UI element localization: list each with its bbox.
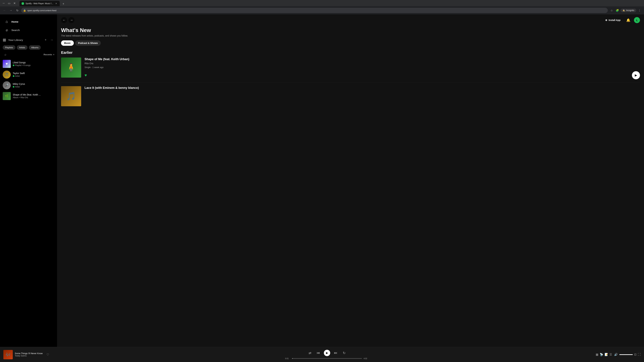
- taylor-swift-thumb: 🎵: [3, 70, 11, 79]
- extensions-button[interactable]: 🧩: [615, 8, 620, 13]
- sidebar-item-home[interactable]: ⌂ Home: [3, 18, 54, 25]
- list-item[interactable]: 🎤 Miley Cyrus Artist: [1, 80, 56, 91]
- back-nav-button[interactable]: ←: [61, 17, 67, 23]
- incognito-badge[interactable]: 🕵 Incognito: [620, 8, 636, 12]
- fullscreen-button[interactable]: ⛶: [638, 352, 641, 357]
- library-icon: ▦: [3, 38, 6, 42]
- main-content: ← → ⊕ Install App 🔔 L What's New The lat…: [57, 14, 644, 347]
- volume-icon[interactable]: 🔊: [613, 352, 618, 357]
- list-item[interactable]: 🌿 Shape of Me (feat. Keith ... Album • R…: [1, 91, 56, 101]
- progress-bar-container: 0:01 4:02: [285, 358, 369, 360]
- player-track: 🎶 Some Things I'll Never Know Teddy Swim…: [3, 350, 50, 359]
- library-title-group[interactable]: ▦ Your Library: [3, 38, 42, 42]
- maximize-button[interactable]: ▭: [7, 1, 12, 5]
- liked-heart-icon[interactable]: ♥: [84, 73, 87, 78]
- shape-album-thumb: 🌿: [3, 92, 11, 100]
- sort-label: Recents: [44, 53, 52, 56]
- tab-close-button[interactable]: ✕: [55, 2, 58, 5]
- release-meta: Single · 1 week ago: [84, 66, 640, 68]
- miniplayer-button[interactable]: ⊡: [634, 352, 636, 357]
- reload-button[interactable]: ↻: [15, 8, 20, 13]
- expand-library-button[interactable]: →: [49, 37, 54, 42]
- minimize-button[interactable]: ─: [1, 1, 6, 5]
- release-artist[interactable]: Rita Ora: [84, 62, 640, 65]
- volume-bar[interactable]: [619, 354, 633, 355]
- player-buttons: ⇄ ⏮ ▶ ⏭ ↻: [307, 350, 347, 356]
- notifications-button[interactable]: 🔔: [625, 17, 631, 23]
- liked-songs-thumb: ♥: [3, 60, 11, 68]
- repeat-button[interactable]: ↻: [341, 350, 347, 356]
- back-button[interactable]: ←: [2, 8, 7, 13]
- main-scroll[interactable]: What's New The latest releases from arti…: [57, 26, 644, 347]
- release-info: Lace It (with Eminem & benny blanco): [84, 86, 640, 91]
- install-label: Install App: [608, 19, 620, 21]
- taylor-swift-name: Taylor Swift: [13, 72, 54, 75]
- list-item[interactable]: 🎵 Taylor Swift Artist: [1, 69, 56, 80]
- address-bar[interactable]: 🔒 open.spotify.com/content-feed: [21, 8, 608, 13]
- player-art: 🎶: [3, 350, 13, 359]
- search-label: Search: [12, 29, 20, 31]
- next-button[interactable]: ⏭: [333, 350, 338, 356]
- player-artist[interactable]: Teddy Swims: [15, 355, 43, 357]
- liked-songs-name: Liked Songs: [13, 61, 54, 64]
- green-dot-icon: [13, 86, 14, 88]
- tab-bar: ♪ Spotify - Web Player: Music fo... ✕ +: [18, 0, 643, 6]
- sort-icon: ≡: [53, 53, 54, 56]
- filter-albums[interactable]: Albums: [29, 45, 41, 50]
- install-app-button[interactable]: ⊕ Install App: [603, 18, 622, 22]
- add-library-button[interactable]: +: [43, 37, 48, 42]
- miley-cyrus-type: Artist: [15, 86, 20, 88]
- player-track-title: Some Things I'll Never Know: [15, 352, 43, 355]
- liked-songs-count: 6 songs: [24, 64, 30, 66]
- tab-music[interactable]: Music: [61, 40, 74, 46]
- release-actions: ♥ ▶: [84, 71, 640, 79]
- sort-button[interactable]: Recents ≡: [44, 53, 54, 56]
- volume-bar-container: 🔊: [613, 352, 633, 357]
- library-header: ▦ Your Library + →: [0, 35, 57, 44]
- filter-artists[interactable]: Artists: [17, 45, 28, 50]
- tab-favicon: ♪: [22, 2, 24, 5]
- release-type: Single: [84, 66, 90, 68]
- sidebar-item-search[interactable]: ⌕ Search: [3, 26, 54, 34]
- forward-button[interactable]: →: [8, 8, 14, 13]
- toolbar-icons: ☆ 🧩 🕵 Incognito ⋮: [609, 8, 642, 13]
- volume-fill: [619, 354, 633, 355]
- queue-list-button[interactable]: ☰: [610, 352, 612, 357]
- sidebar-nav: ⌂ Home ⌕ Search: [0, 14, 57, 35]
- browser-chrome: ─ ▭ ✕ ♪ Spotify - Web Player: Music fo..…: [0, 0, 644, 14]
- close-button[interactable]: ✕: [12, 1, 17, 5]
- shuffle-button[interactable]: ⇄: [307, 350, 313, 356]
- user-avatar[interactable]: L: [634, 17, 640, 23]
- address-text: open.spotify.com/content-feed: [27, 9, 606, 12]
- release-title[interactable]: Lace It (with Eminem & benny blanco): [84, 86, 640, 90]
- miley-cyrus-thumb: 🎤: [3, 81, 11, 89]
- progress-fill: [292, 358, 292, 359]
- player-bar: 🎶 Some Things I'll Never Know Teddy Swim…: [0, 347, 644, 362]
- new-tab-button[interactable]: +: [61, 1, 66, 6]
- shape-album-sub: Album • Rita Ora: [13, 96, 54, 99]
- main-nav: ← →: [61, 17, 74, 23]
- content-tabs: Music Podcast & Shows: [61, 40, 640, 46]
- queue-button[interactable]: ▦: [596, 352, 598, 357]
- search-icon: ⌕: [5, 28, 9, 32]
- bookmark-button[interactable]: ☆: [609, 8, 614, 13]
- devices-button[interactable]: 📡: [600, 352, 603, 357]
- previous-button[interactable]: ⏮: [316, 350, 321, 356]
- liked-songs-info: Liked Songs Playlist • 6 songs: [13, 61, 54, 66]
- active-tab[interactable]: ♪ Spotify - Web Player: Music fo... ✕: [20, 1, 60, 6]
- tab-podcast[interactable]: Podcast & Shows: [75, 40, 101, 46]
- play-button[interactable]: ▶: [632, 71, 640, 79]
- list-item[interactable]: ♥ Liked Songs Playlist • 6 songs: [1, 58, 56, 69]
- lyrics-button[interactable]: 📝: [604, 352, 608, 357]
- progress-bar[interactable]: [292, 358, 362, 359]
- taylor-swift-sub: Artist: [13, 75, 54, 77]
- forward-nav-button[interactable]: →: [68, 17, 74, 23]
- play-pause-button[interactable]: ▶: [324, 350, 330, 356]
- release-title[interactable]: Shape of Me (feat. Keith Urban): [84, 57, 640, 61]
- browser-toolbar: ← → ↻ 🔒 open.spotify.com/content-feed ☆ …: [0, 6, 644, 14]
- player-like-button[interactable]: ♡: [45, 352, 50, 357]
- filter-playlists[interactable]: Playlists: [3, 45, 16, 50]
- lace-release-thumb: 🎵: [61, 86, 81, 106]
- library-search-button[interactable]: ⌕: [3, 52, 8, 57]
- menu-button[interactable]: ⋮: [637, 8, 642, 13]
